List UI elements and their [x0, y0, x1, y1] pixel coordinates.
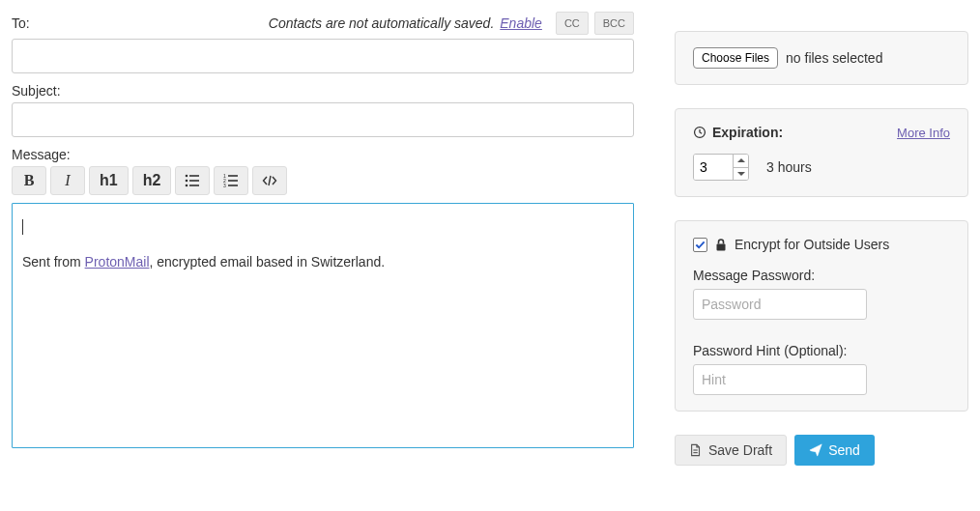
to-label: To:	[12, 15, 30, 31]
expiration-stepper[interactable]	[693, 154, 749, 181]
message-label: Message:	[12, 147, 634, 162]
enable-contacts-link[interactable]: Enable	[500, 15, 542, 31]
expiration-step-up[interactable]	[734, 155, 748, 168]
expiration-panel: Expiration: More Info 3 hour	[675, 108, 968, 197]
password-label: Message Password:	[693, 268, 950, 283]
list-ul-icon	[185, 173, 200, 188]
editor-toolbar: B I h1 h2 123	[12, 166, 634, 195]
list-ol-icon: 123	[223, 173, 239, 188]
svg-rect-9	[228, 180, 238, 182]
svg-marker-14	[737, 158, 745, 162]
svg-text:3: 3	[223, 183, 226, 188]
attachments-panel: Choose Files no files selected	[675, 31, 968, 85]
password-input[interactable]	[693, 289, 867, 320]
subject-input[interactable]	[12, 102, 634, 137]
send-button[interactable]: Send	[794, 435, 875, 466]
hint-input[interactable]	[693, 364, 867, 395]
expiration-display: 3 hours	[766, 159, 812, 175]
signature-line: Sent from ProtonMail, encrypted email ba…	[22, 252, 623, 271]
code-button[interactable]	[252, 166, 287, 195]
svg-rect-7	[228, 175, 238, 177]
chevron-down-icon	[737, 171, 745, 177]
svg-rect-16	[717, 243, 726, 250]
save-draft-button[interactable]: Save Draft	[675, 435, 787, 466]
svg-rect-1	[189, 175, 199, 177]
svg-marker-15	[737, 172, 745, 176]
svg-point-0	[186, 175, 188, 178]
svg-point-2	[186, 180, 188, 183]
paper-plane-icon	[809, 443, 822, 457]
svg-point-4	[186, 185, 188, 187]
expiration-input[interactable]	[694, 155, 733, 180]
bold-button[interactable]: B	[12, 166, 46, 195]
bcc-button[interactable]: BCC	[594, 12, 634, 35]
svg-rect-11	[228, 185, 238, 186]
svg-rect-5	[189, 185, 199, 186]
check-icon	[695, 240, 706, 250]
file-icon	[689, 443, 703, 457]
encrypt-title: Encrypt for Outside Users	[735, 237, 889, 252]
expiration-step-down[interactable]	[734, 168, 748, 181]
code-icon	[262, 173, 277, 188]
svg-rect-3	[189, 180, 199, 182]
expiration-title: Expiration:	[712, 125, 783, 140]
contacts-save-note: Contacts are not automatically saved.	[269, 15, 494, 31]
h2-button[interactable]: h2	[132, 166, 172, 195]
hint-label: Password Hint (Optional):	[693, 343, 950, 358]
message-editor[interactable]: Sent from ProtonMail, encrypted email ba…	[12, 203, 634, 448]
chevron-up-icon	[737, 157, 745, 163]
choose-files-button[interactable]: Choose Files	[693, 47, 778, 69]
to-input[interactable]	[12, 39, 634, 73]
subject-label: Subject:	[12, 83, 634, 99]
italic-button[interactable]: I	[50, 166, 85, 195]
protonmail-link[interactable]: ProtonMail	[85, 254, 150, 270]
clock-icon	[693, 126, 706, 139]
ordered-list-button[interactable]: 123	[214, 166, 248, 195]
expiration-more-info-link[interactable]: More Info	[897, 126, 950, 140]
cc-button[interactable]: CC	[556, 12, 589, 35]
svg-line-12	[269, 176, 271, 185]
lock-icon	[715, 239, 727, 251]
attachments-status: no files selected	[786, 50, 882, 66]
h1-button[interactable]: h1	[89, 166, 129, 195]
encrypt-panel: Encrypt for Outside Users Message Passwo…	[675, 220, 968, 412]
unordered-list-button[interactable]	[175, 166, 210, 195]
encrypt-checkbox[interactable]	[693, 238, 707, 252]
